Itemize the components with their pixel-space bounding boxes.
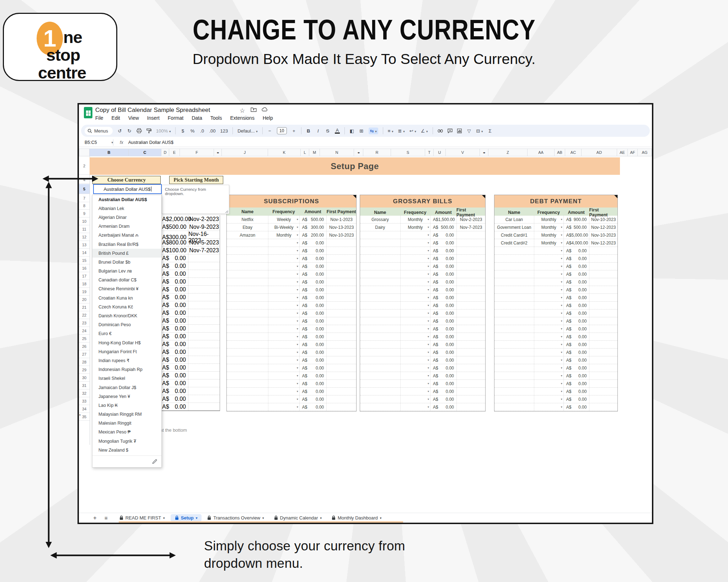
first-payment-cell[interactable] [589, 255, 617, 262]
first-payment-cell[interactable] [456, 231, 485, 239]
row-header-21[interactable]: 21 [79, 303, 90, 311]
name-cell[interactable] [360, 341, 400, 348]
date-cell[interactable] [188, 325, 220, 332]
amount-cell[interactable]: A$0.00 [160, 364, 188, 371]
frequency-cell[interactable]: ▾ [400, 294, 430, 301]
dropdown-caret-icon[interactable]: ▾ [428, 374, 429, 377]
frequency-cell[interactable]: ▾ [400, 286, 430, 293]
first-payment-cell[interactable] [589, 325, 617, 333]
dropdown-caret-icon[interactable]: ▾ [428, 288, 429, 291]
name-cell[interactable] [360, 388, 400, 395]
first-payment-cell[interactable] [456, 403, 485, 411]
amount-cell[interactable]: A$0.00 [299, 349, 326, 356]
paint-format-button[interactable] [146, 128, 151, 134]
row-header-32[interactable]: 32 [79, 389, 90, 397]
row-header-31[interactable]: 31 [79, 382, 90, 389]
amount-cell[interactable]: A$0.00 [430, 395, 456, 403]
name-cell[interactable] [360, 278, 400, 286]
text-rotate-button[interactable]: ∠ ▾ [421, 128, 428, 134]
insert-chart-icon[interactable] [457, 129, 462, 133]
dropdown-caret-icon[interactable]: ▾ [297, 280, 298, 284]
name-cell[interactable] [494, 356, 534, 364]
dropdown-caret-icon[interactable]: ▾ [561, 241, 562, 244]
dropdown-caret-icon[interactable]: ▾ [561, 319, 562, 323]
first-payment-cell[interactable] [456, 341, 485, 348]
dropdown-caret-icon[interactable]: ▾ [428, 359, 429, 362]
first-payment-cell[interactable] [326, 294, 356, 301]
first-payment-cell[interactable] [326, 325, 356, 333]
first-payment-cell[interactable] [456, 349, 485, 356]
frequency-cell[interactable]: ▾ [534, 364, 563, 372]
amount-cell[interactable]: A$0.00 [430, 302, 456, 309]
amount-cell[interactable]: A$0.00 [430, 239, 456, 247]
amount-cell[interactable]: A$0.00 [299, 341, 326, 348]
amount-cell[interactable]: A$0.00 [563, 372, 589, 379]
frequency-cell[interactable]: ▾ [400, 325, 430, 333]
amount-cell[interactable]: A$0.00 [160, 254, 188, 262]
column-header-R[interactable]: R [363, 149, 391, 156]
frequency-cell[interactable]: ▾ [268, 395, 299, 403]
first-payment-cell[interactable] [589, 278, 617, 286]
date-cell[interactable] [188, 278, 220, 285]
amount-cell[interactable]: A$0.00 [299, 325, 326, 333]
date-cell[interactable] [188, 379, 220, 387]
name-cell[interactable] [227, 364, 268, 372]
first-payment-cell[interactable] [589, 372, 617, 379]
move-folder-icon[interactable] [251, 107, 257, 112]
dropdown-caret-icon[interactable]: ▾ [428, 405, 429, 409]
first-payment-cell[interactable] [456, 388, 485, 395]
amount-cell[interactable]: A$100.00 [160, 247, 188, 254]
frequency-cell[interactable]: ▾ [534, 380, 563, 387]
column-header-AE[interactable]: AE [617, 149, 628, 156]
amount-cell[interactable]: A$0.00 [299, 356, 326, 364]
amount-cell[interactable]: A$0.00 [299, 302, 326, 309]
sheet-tab-transactions-overview[interactable]: Transactions Overview▾ [203, 514, 268, 522]
dropdown-caret-icon[interactable]: ▾ [297, 343, 298, 346]
dropdown-caret-icon[interactable]: ▾ [297, 288, 298, 291]
font-size-input[interactable]: 10 [277, 127, 287, 134]
dropdown-item[interactable]: Australian Dollar AUS$ [92, 195, 161, 204]
name-cell[interactable] [227, 395, 268, 403]
dropdown-caret-icon[interactable]: ▾ [561, 382, 562, 385]
name-cell[interactable] [360, 395, 400, 403]
frequency-cell[interactable]: ▾ [268, 364, 299, 372]
borders-icon[interactable]: ⊞ [359, 128, 364, 134]
amount-cell[interactable]: A$0.00 [563, 263, 589, 270]
date-cell[interactable] [188, 317, 220, 324]
name-cell[interactable] [360, 380, 400, 387]
name-cell[interactable] [494, 364, 534, 372]
name-cell[interactable] [360, 333, 400, 340]
amount-cell[interactable]: A$0.00 [563, 247, 589, 254]
amount-cell[interactable]: A$4,000.00 [563, 239, 589, 247]
name-cell[interactable] [227, 286, 268, 293]
name-cell[interactable] [494, 341, 534, 348]
select-all-corner[interactable] [79, 149, 90, 156]
row-header-12[interactable]: 12 [79, 233, 90, 241]
amount-cell[interactable]: A$0.00 [563, 333, 589, 340]
first-payment-cell[interactable] [589, 341, 617, 348]
date-cell[interactable] [188, 254, 220, 262]
frequency-cell[interactable]: ▾ [534, 403, 563, 411]
dropdown-caret-icon[interactable]: ▾ [297, 405, 298, 409]
frequency-cell[interactable]: ▾ [268, 247, 299, 254]
tab-menu-caret-icon[interactable]: ▾ [320, 516, 322, 520]
row-header-33[interactable]: 33 [79, 397, 90, 405]
dropdown-caret-icon[interactable]: ▾ [561, 304, 562, 307]
date-cell[interactable] [188, 372, 220, 379]
first-payment-cell[interactable] [326, 349, 356, 356]
name-cell[interactable] [360, 403, 400, 411]
name-cell[interactable] [227, 380, 268, 387]
fill-color-icon[interactable]: ◧ [349, 128, 354, 134]
increase-font-button[interactable]: + [291, 128, 296, 134]
dropdown-item[interactable]: Armenian Dram [92, 222, 161, 231]
menu-view[interactable]: View [128, 115, 139, 121]
first-payment-cell[interactable] [589, 286, 617, 293]
dropdown-caret-icon[interactable]: ▾ [561, 288, 562, 291]
name-box[interactable]: B5:C5▾ [79, 140, 113, 145]
dropdown-item[interactable]: Lao Kip ₭ [92, 401, 161, 410]
menu-tools[interactable]: Tools [210, 115, 222, 121]
dropdown-caret-icon[interactable]: ▾ [428, 257, 429, 260]
document-title[interactable]: Copy of Bill Calendar Sample Spreadsheet [95, 107, 210, 114]
dropdown-caret-icon[interactable]: ▾ [297, 312, 298, 315]
name-cell[interactable] [227, 247, 268, 254]
